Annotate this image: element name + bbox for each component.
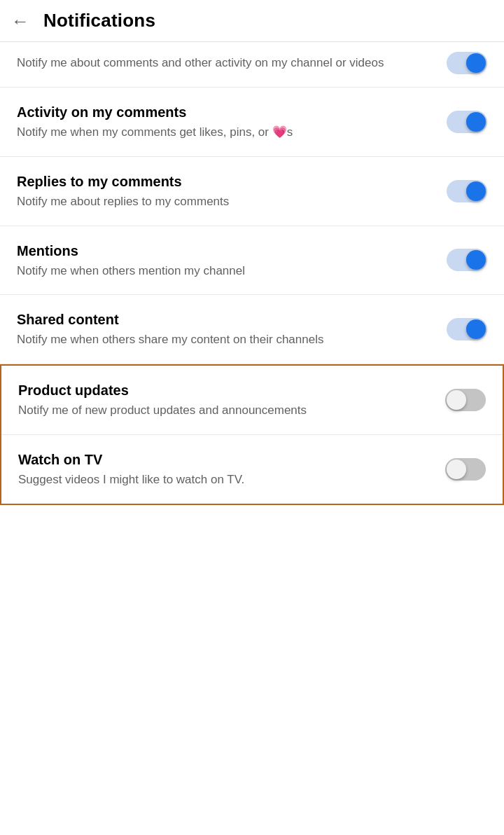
watch-on-tv-toggle[interactable] [445, 458, 486, 481]
shared-content-subtitle: Notify me when others share my content o… [17, 331, 430, 348]
highlighted-section: Product updates Notify me of new product… [0, 364, 504, 505]
activity-on-comments-title: Activity on my comments [17, 103, 430, 121]
activity-on-comments-toggle[interactable] [447, 111, 487, 133]
shared-content-title: Shared content [17, 310, 430, 329]
product-updates-text: Product updates Notify me of new product… [18, 381, 445, 419]
replies-to-comments-title: Replies to my comments [17, 172, 430, 191]
product-updates-toggle[interactable] [445, 389, 486, 411]
mentions-toggle[interactable] [447, 249, 487, 271]
activity-on-comments-text: Activity on my comments Notify me when m… [17, 103, 447, 141]
channel-activity-text: Notify me about comments and other activ… [17, 55, 447, 71]
toggle-knob [466, 53, 486, 73]
product-updates-row: Product updates Notify me of new product… [1, 366, 503, 434]
toggle-knob [466, 112, 486, 132]
back-button[interactable]: ← [11, 12, 29, 30]
toggle-knob [466, 181, 486, 201]
channel-activity-subtitle: Notify me about comments and other activ… [17, 55, 430, 71]
activity-on-comments-subtitle: Notify me when my comments get likes, pi… [17, 124, 430, 141]
toggle-knob [447, 460, 466, 479]
mentions-title: Mentions [17, 242, 430, 260]
product-updates-subtitle: Notify me of new product updates and ann… [18, 402, 428, 419]
watch-on-tv-title: Watch on TV [18, 450, 428, 469]
shared-content-text: Shared content Notify me when others sha… [17, 310, 447, 348]
replies-to-comments-text: Replies to my comments Notify me about r… [17, 172, 447, 210]
channel-activity-row: Notify me about comments and other activ… [0, 42, 504, 88]
mentions-subtitle: Notify me when others mention my channel [17, 263, 430, 280]
shared-content-row: Shared content Notify me when others sha… [0, 295, 504, 364]
mentions-text: Mentions Notify me when others mention m… [17, 242, 447, 280]
channel-activity-toggle[interactable] [447, 52, 487, 74]
shared-content-toggle[interactable] [447, 318, 487, 340]
activity-on-comments-row: Activity on my comments Notify me when m… [0, 88, 504, 157]
watch-on-tv-row: Watch on TV Suggest videos I might like … [1, 435, 503, 504]
replies-to-comments-subtitle: Notify me about replies to my comments [17, 193, 430, 210]
app-header: ← Notifications [0, 0, 504, 42]
replies-to-comments-row: Replies to my comments Notify me about r… [0, 157, 504, 226]
watch-on-tv-text: Watch on TV Suggest videos I might like … [18, 450, 445, 488]
heart-icon: 💗 [272, 125, 287, 139]
mentions-row: Mentions Notify me when others mention m… [0, 226, 504, 296]
product-updates-title: Product updates [18, 381, 428, 399]
replies-to-comments-toggle[interactable] [447, 180, 487, 202]
toggle-knob [447, 390, 466, 410]
watch-on-tv-subtitle: Suggest videos I might like to watch on … [18, 471, 428, 488]
page-title: Notifications [43, 10, 155, 32]
